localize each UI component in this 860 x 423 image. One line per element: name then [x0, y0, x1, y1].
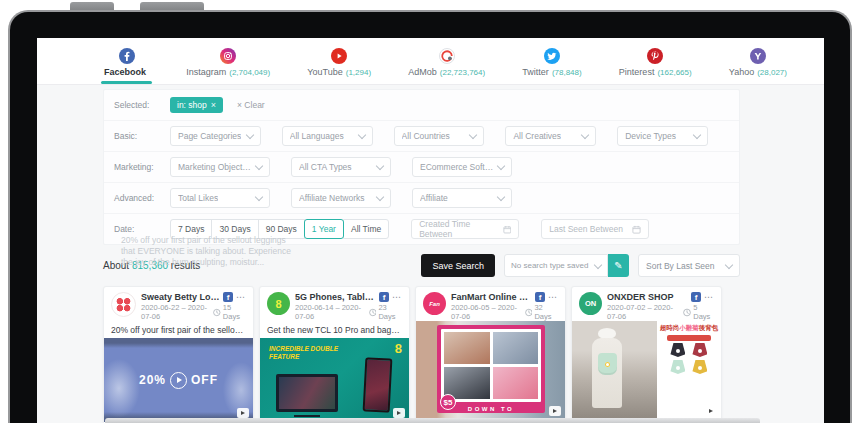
chip-remove-icon[interactable]: ×	[211, 100, 216, 110]
marketing-objectives-select[interactable]: Marketing Objectives	[170, 157, 270, 177]
facebook-icon	[119, 48, 135, 64]
advertiser-name[interactable]: ONXDER SHOP	[607, 292, 688, 302]
tab-yahoo[interactable]: Yahoo(28,027)	[726, 42, 790, 84]
tab-label: Yahoo	[729, 67, 754, 77]
selected-label: Selected:	[114, 100, 170, 110]
basic-filter-row: Basic: Page Categories All Languages All…	[104, 120, 739, 151]
ad-card: Fan FanMart Online Shopping - F... f ⋯ 2…	[415, 286, 566, 423]
sort-select[interactable]: Sort By Last Seen	[638, 254, 740, 277]
tab-facebook[interactable]: Facebook	[101, 42, 152, 84]
saved-search-select[interactable]: No search type saved	[504, 254, 608, 277]
clock-icon	[369, 308, 377, 317]
creatives-select[interactable]: All Creatives	[505, 126, 596, 146]
tab-count: (22,723,764)	[440, 68, 485, 77]
chevron-down-icon	[497, 162, 505, 170]
chevron-down-icon	[255, 162, 263, 170]
ad-text: 20% off your first pair of the sellout l…	[104, 321, 253, 338]
tab-label: Twitter	[522, 67, 549, 77]
date-label: Date:	[114, 224, 170, 234]
tab-count: (28,027)	[757, 68, 787, 77]
advertiser-name[interactable]: Sweaty Betty London | Wom...	[141, 292, 220, 302]
range-all-time-button[interactable]: All Time	[343, 219, 389, 239]
tab-label: Pinterest	[619, 67, 655, 77]
product-thumb	[692, 360, 707, 374]
card-header: 8 5G Phones, Tablets & SIMs | ... f ⋯ 20…	[260, 287, 409, 321]
ad-card: ON ONXDER SHOP f ⋯ 2020-07-02 – 2020-07-…	[571, 286, 722, 423]
clock-icon	[213, 308, 221, 317]
chevron-down-icon	[581, 131, 589, 139]
ad-creative-image[interactable]: $5 DOWN TO	[416, 321, 565, 420]
tooltip-ghost-text: 20% off your first pair of the sellout l…	[121, 235, 291, 268]
more-options-icon[interactable]: ⋯	[236, 292, 246, 302]
chevron-down-icon	[469, 131, 477, 139]
card-header: Sweaty Betty London | Wom... f ⋯ 2020-06…	[104, 287, 253, 321]
advertiser-avatar: Fan	[423, 292, 446, 315]
date-range: 2020-07-02 – 2020-07-06	[607, 303, 683, 321]
promo-tag	[667, 335, 711, 341]
save-search-button[interactable]: Save Search	[421, 254, 495, 277]
chevron-down-icon	[497, 193, 505, 201]
basic-label: Basic:	[114, 131, 170, 141]
tab-twitter[interactable]: Twitter(78,848)	[519, 42, 584, 84]
yahoo-icon	[750, 48, 766, 64]
tv-graphic	[276, 374, 338, 412]
affiliate-select[interactable]: Affiliate	[412, 188, 512, 208]
youtube-icon	[331, 48, 347, 64]
device-types-select[interactable]: Device Types	[617, 126, 708, 146]
card-header: ON ONXDER SHOP f ⋯ 2020-07-02 – 2020-07-…	[572, 287, 721, 321]
more-options-icon[interactable]: ⋯	[704, 292, 714, 302]
last-seen-input[interactable]: Last Seen Between	[541, 219, 649, 239]
ad-text: Get the new TCL 10 Pro and bag a free TC…	[260, 321, 409, 338]
total-likes-select[interactable]: Total Likes	[170, 188, 270, 208]
main-content: Selected: in: shop× × Clear Basic: Page …	[103, 89, 740, 423]
ecommerce-softwares-select[interactable]: ECommerce Softwares	[412, 157, 512, 177]
countries-select[interactable]: All Countries	[394, 126, 485, 146]
tab-count: (2,704,049)	[229, 68, 270, 77]
advertiser-avatar: ON	[579, 292, 602, 315]
product-thumb	[692, 343, 707, 357]
affiliate-networks-select[interactable]: Affiliate Networks	[291, 188, 391, 208]
created-time-input[interactable]: Created Time Between	[411, 219, 519, 239]
video-badge-icon	[549, 406, 561, 416]
languages-select[interactable]: All Languages	[282, 126, 373, 146]
more-options-icon[interactable]: ⋯	[392, 292, 402, 302]
more-options-icon[interactable]: ⋯	[548, 292, 558, 302]
collage-photo	[444, 332, 490, 364]
tab-instagram[interactable]: Instagram(2,704,049)	[183, 42, 273, 84]
selected-chip[interactable]: in: shop×	[170, 97, 223, 113]
app-screen: Facebook Instagram(2,704,049) YouTube(1,…	[37, 38, 824, 423]
calendar-icon	[503, 225, 512, 234]
marketing-label: Marketing:	[114, 162, 170, 172]
twitter-icon	[544, 48, 560, 64]
advertiser-name[interactable]: 5G Phones, Tablets & SIMs | ...	[295, 292, 376, 302]
advanced-label: Advanced:	[114, 193, 170, 203]
tab-count: (78,848)	[552, 68, 582, 77]
date-range: 2020-06-22 – 2020-07-06	[141, 303, 213, 321]
tab-count: (1,294)	[346, 68, 371, 77]
cta-types-select[interactable]: All CTA Types	[291, 157, 391, 177]
ad-creative-image[interactable]: 超時尚小雛菊後背包	[572, 321, 721, 420]
days-running: 23 Days	[378, 303, 402, 321]
tab-pinterest[interactable]: Pinterest(162,665)	[616, 42, 695, 84]
facebook-badge-icon: f	[691, 292, 701, 302]
clear-filters-link[interactable]: × Clear	[237, 100, 265, 110]
product-thumb	[670, 343, 685, 357]
tab-label: Instagram	[186, 67, 226, 77]
ad-creative-image[interactable]: INCREDIBLE DOUBLEFEATURE 8	[260, 338, 409, 422]
creative-text: 20%	[139, 373, 166, 387]
edit-saved-search-button[interactable]: ✎	[608, 254, 629, 277]
chevron-down-icon	[376, 193, 384, 201]
chevron-down-icon	[255, 193, 263, 201]
advertiser-avatar	[111, 292, 136, 317]
tab-admob[interactable]: AdMob(22,723,764)	[405, 42, 488, 84]
ad-creative-image[interactable]: 20% OFF	[104, 338, 253, 422]
tab-label: YouTube	[307, 67, 342, 77]
video-badge-icon	[237, 408, 249, 418]
phone-graphic	[363, 357, 393, 412]
range-1-year-button[interactable]: 1 Year	[304, 219, 344, 239]
calendar-icon	[632, 225, 641, 234]
backpack-graphic	[598, 353, 617, 375]
tab-youtube[interactable]: YouTube(1,294)	[304, 42, 374, 84]
advertiser-name[interactable]: FanMart Online Shopping - F...	[451, 292, 532, 302]
page-categories-select[interactable]: Page Categories	[170, 126, 261, 146]
